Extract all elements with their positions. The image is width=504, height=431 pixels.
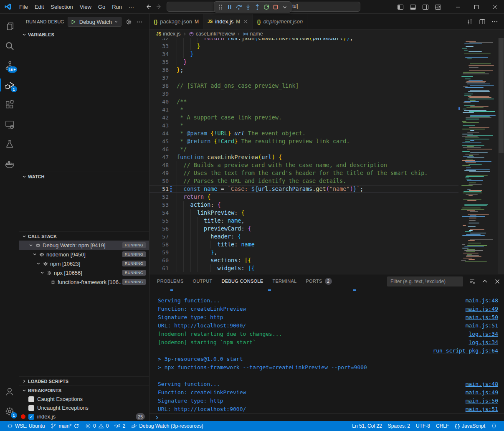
breadcrumb-item-index.js[interactable]: JSindex.js: [156, 31, 181, 37]
code-line-60[interactable]: 60sections: [{: [149, 256, 458, 264]
panel-tab-ports[interactable]: PORTS2: [306, 274, 332, 288]
step-into-icon[interactable]: [243, 3, 253, 12]
breakpoint-row[interactable]: ✓index.js25: [19, 412, 149, 421]
start-debugging-icon[interactable]: [68, 19, 79, 25]
chevron-down-icon[interactable]: [28, 243, 34, 248]
minimap[interactable]: [458, 38, 498, 274]
menu-edit[interactable]: Edit: [31, 3, 47, 11]
variables-section-header[interactable]: VARIABLES: [19, 30, 149, 39]
line-number[interactable]: 56: [149, 225, 169, 233]
call-stack-session[interactable]: npx [10656]RUNNING: [19, 268, 149, 277]
code-line-40[interactable]: 40/**: [149, 98, 458, 106]
menu-selection[interactable]: Selection: [47, 3, 76, 11]
line-number[interactable]: 50: [149, 177, 169, 185]
breakpoint-checkbox[interactable]: [28, 396, 34, 402]
line-number[interactable]: 49: [149, 169, 169, 177]
editor-more-actions-icon[interactable]: [491, 18, 498, 25]
code-line-58[interactable]: 58title: name: [149, 241, 458, 248]
activity-accounts-icon[interactable]: [0, 382, 19, 401]
editor-tab-deployment.json[interactable]: {}deployment.json: [253, 14, 307, 29]
line-number[interactable]: 43: [149, 122, 169, 129]
close-window-button[interactable]: [486, 0, 504, 14]
code-line-34[interactable]: 34}: [149, 50, 458, 58]
code-line-36[interactable]: 36};: [149, 66, 458, 74]
menu-[interactable]: ···: [125, 3, 137, 11]
code-line-52[interactable]: 52return {: [149, 193, 458, 201]
console-filter-input[interactable]: [387, 276, 463, 286]
clear-console-icon[interactable]: [469, 278, 476, 285]
source-link[interactable]: main.js:50: [466, 313, 498, 322]
breakpoint-checkbox[interactable]: ✓: [28, 414, 34, 420]
statusbar-remote-indicator[interactable]: WSL: Ubuntu: [4, 421, 48, 431]
code-line-59[interactable]: 59},: [149, 248, 458, 256]
drag-grip-icon[interactable]: [216, 3, 225, 12]
code-line-50[interactable]: 50// Parses the URL and identify the cas…: [149, 177, 458, 185]
source-link[interactable]: main.js:48: [466, 297, 498, 305]
code-line-43[interactable]: 43 *: [149, 122, 458, 129]
history-forward-button[interactable]: [156, 3, 162, 10]
code-line-44[interactable]: 44 * @param {!URL} url The event object.: [149, 129, 458, 137]
code-line-46[interactable]: 46 */: [149, 145, 458, 153]
line-number[interactable]: 57: [149, 233, 169, 241]
activity-docker-icon[interactable]: [0, 154, 19, 173]
breakpoint-checkbox[interactable]: [28, 405, 34, 411]
activity-testing-icon[interactable]: [0, 134, 19, 154]
statusbar-debug-status[interactable]: Debug Watch (3p-resources): [128, 421, 206, 431]
code-line-56[interactable]: 56previewCard: {: [149, 225, 458, 233]
activity-settings-icon[interactable]: 1: [0, 401, 19, 421]
line-number[interactable]: 54: [149, 209, 169, 217]
code-line-45[interactable]: 45 * @return {!Card} The resulting previ…: [149, 137, 458, 145]
source-link[interactable]: main.js:50: [466, 397, 498, 405]
line-number[interactable]: 44: [149, 129, 169, 137]
line-number[interactable]: 47: [149, 153, 169, 161]
views-more-actions-icon[interactable]: [136, 19, 142, 25]
code-line-57[interactable]: 57header: {: [149, 233, 458, 241]
menu-run[interactable]: Run: [109, 3, 125, 11]
watch-section-header[interactable]: WATCH: [19, 172, 149, 181]
line-number[interactable]: 58: [149, 241, 169, 248]
loaded-scripts-section-header[interactable]: LOADED SCRIPTS: [19, 376, 149, 385]
line-number[interactable]: 53: [149, 201, 169, 209]
source-link[interactable]: main.js:49: [466, 305, 498, 313]
code-line-35[interactable]: 35}: [149, 58, 458, 66]
code-line-39[interactable]: 39: [149, 90, 458, 98]
editor-tab-index.js[interactable]: JSindex.jsM: [203, 14, 253, 29]
code-line-48[interactable]: 48// Builds a preview card with the case…: [149, 161, 458, 169]
line-number[interactable]: 37: [149, 74, 169, 82]
line-number[interactable]: 46: [149, 145, 169, 153]
restart-icon[interactable]: [262, 3, 271, 12]
line-number[interactable]: 59: [149, 248, 169, 256]
breadcrumb-item-name[interactable]: name: [243, 31, 263, 37]
line-number[interactable]: 32: [149, 38, 169, 42]
line-number[interactable]: 42: [149, 114, 169, 122]
line-number[interactable]: 35: [149, 58, 169, 66]
menu-view[interactable]: View: [76, 3, 95, 11]
line-number[interactable]: 41: [149, 106, 169, 114]
close-tab-icon[interactable]: [243, 19, 248, 24]
line-number[interactable]: 38: [149, 82, 169, 90]
pause-icon[interactable]: [225, 3, 234, 12]
code-line-41[interactable]: 41 *: [149, 106, 458, 114]
code-line-47[interactable]: 47function caseLinkPreview(url) {: [149, 153, 458, 161]
editor-scrollbar[interactable]: [498, 38, 504, 274]
source-link[interactable]: main.js:48: [466, 380, 498, 388]
activity-search-icon[interactable]: [0, 36, 19, 56]
line-number[interactable]: 48: [149, 161, 169, 169]
panel-tab-output[interactable]: OUTPUT: [193, 274, 213, 288]
code-line-32[interactable]: 32return res.json(caseLinkPreview(parsed…: [149, 38, 458, 42]
call-stack-session[interactable]: functions-framework [106...RUNNING: [19, 277, 149, 286]
customize-layout-icon[interactable]: [435, 4, 441, 10]
activity-explorer-icon[interactable]: [0, 16, 19, 36]
call-stack-session[interactable]: npm [10623]RUNNING: [19, 259, 149, 268]
call-stack-session[interactable]: Debug Watch: npm [9419]RUNNING: [19, 241, 149, 250]
statusbar-git-branch-status[interactable]: main*: [48, 421, 82, 431]
panel-tab-terminal[interactable]: TERMINAL: [272, 274, 296, 288]
code-line-54[interactable]: 54linkPreview: {: [149, 209, 458, 217]
toggle-secondary-sidebar-icon[interactable]: [422, 4, 429, 10]
statusbar-notifications-bell[interactable]: [488, 421, 500, 431]
source-link[interactable]: main.js:51: [466, 405, 498, 413]
code-line-55[interactable]: 55title: name,: [149, 217, 458, 225]
line-number[interactable]: 39: [149, 90, 169, 98]
code-line-42[interactable]: 42 * A support case link preview.: [149, 114, 458, 122]
stop-dropdown-icon[interactable]: [280, 3, 289, 12]
